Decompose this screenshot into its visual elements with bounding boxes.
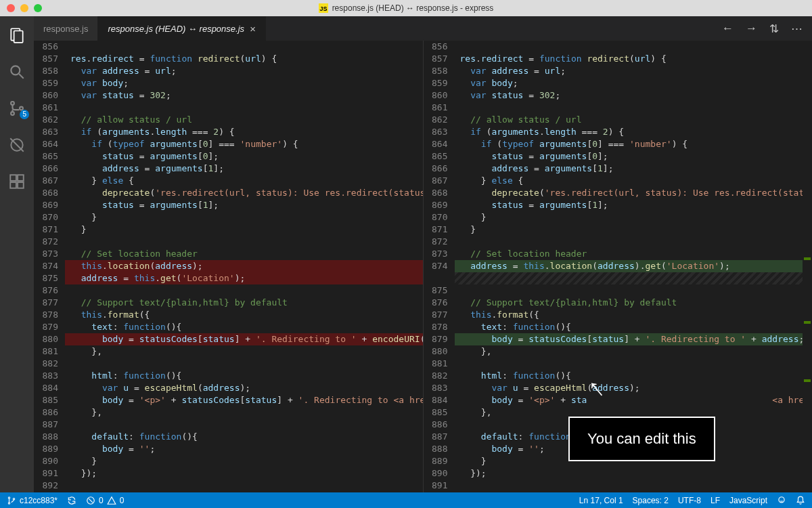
status-eol[interactable]: LF [710,496,720,505]
code-line[interactable]: body = '<p>' + sta <a href=' [455,394,813,406]
code-line[interactable]: body = ''; [65,443,423,455]
status-git-branch[interactable]: c12cc883* [7,496,58,505]
status-encoding[interactable]: UTF-8 [678,496,701,505]
code-line[interactable]: } [455,224,813,236]
code-line[interactable]: var status = 302; [65,89,423,102]
code-line[interactable]: var body; [65,77,423,89]
code-line[interactable]: address = this.get('Location'); [65,272,423,284]
code-line[interactable]: }); [455,467,813,480]
code-line[interactable] [455,272,813,284]
code-line[interactable]: var address = url; [65,65,423,77]
code-line[interactable] [455,41,813,53]
code-line[interactable] [65,419,423,431]
code-line[interactable]: } [455,211,813,224]
status-problems[interactable]: 0 0 [86,496,124,505]
code-line[interactable]: // Respond [455,492,813,492]
code-line[interactable]: // Support text/{plain,html} by default [65,297,423,309]
code-line[interactable]: var address = url; [455,65,813,77]
code-line[interactable]: }, [455,345,813,358]
code-line[interactable]: address = arguments[1]; [455,163,813,175]
code-line[interactable] [65,236,423,248]
close-window-button[interactable] [7,4,15,12]
code-line[interactable]: status = arguments[0]; [455,150,813,163]
code-line[interactable] [455,358,813,370]
code-line[interactable]: } [65,224,423,236]
code-line[interactable]: if (arguments.length === 2) { [455,126,813,138]
diff-left-pane[interactable]: 8568578588598608618628638648658668678688… [34,41,424,492]
code-line[interactable]: } [65,455,423,467]
status-sync[interactable] [67,496,76,505]
code-line[interactable]: res.redirect = function redirect(url) { [455,53,813,65]
code-line[interactable]: address = this.location(address).get('Lo… [455,260,813,272]
more-actions-icon[interactable]: ⋯ [791,22,803,36]
code-line[interactable] [65,41,423,53]
code-line[interactable]: status = arguments[1]; [455,199,813,211]
code-line[interactable]: if (typeof arguments[0] === 'number') { [455,138,813,150]
code-line[interactable]: status = arguments[1]; [65,199,423,211]
explorer-icon[interactable] [7,26,26,45]
code-line[interactable]: this.format({ [65,309,423,321]
code-line[interactable]: // allow status / url [65,114,423,126]
code-line[interactable]: body = statusCodes[status] + '. Redirect… [65,333,423,345]
zoom-window-button[interactable] [34,4,42,12]
code-line[interactable]: } [65,211,423,224]
close-tab-icon[interactable]: × [250,23,256,35]
code-line[interactable] [65,480,423,492]
status-indent[interactable]: Spaces: 2 [633,496,669,505]
code-line[interactable]: html: function(){ [65,370,423,382]
status-notifications-icon[interactable] [796,496,805,505]
nav-back-icon[interactable]: ← [722,22,734,35]
code-line[interactable]: text: function(){ [65,321,423,333]
code-line[interactable]: // Support text/{plain,html} by default [455,297,813,309]
code-line[interactable]: var status = 302; [455,89,813,102]
overview-ruler[interactable] [803,41,812,492]
code-line[interactable]: }, [65,345,423,358]
nav-forward-icon[interactable]: → [746,22,757,35]
code-line[interactable]: default: function(){ [65,431,423,443]
code-line[interactable]: this.format({ [455,309,813,321]
code-line[interactable] [65,284,423,297]
code-line[interactable]: if (arguments.length === 2) { [65,126,423,138]
code-line[interactable]: }, [65,406,423,419]
diff-editor[interactable]: 8568578588598608618628638648658668678688… [34,41,812,492]
tab-response-js[interactable]: response.js [34,16,98,41]
code-line[interactable]: var body; [455,77,813,89]
toggle-inline-diff-icon[interactable]: ⇅ [769,22,779,36]
code-line[interactable] [455,102,813,114]
code-line[interactable]: } else { [455,175,813,187]
code-line[interactable]: // allow status / url [455,114,813,126]
code-line[interactable]: status = arguments[0]; [65,150,423,163]
code-line[interactable]: res.redirect = function redirect(url) { [65,53,423,65]
code-line[interactable] [455,284,813,297]
code-line[interactable]: html: function(){ [455,370,813,382]
extensions-icon[interactable] [7,172,26,191]
code-line[interactable] [65,358,423,370]
search-icon[interactable] [7,62,26,81]
code-line[interactable] [455,236,813,248]
source-control-icon[interactable]: 5 [7,99,26,118]
code-line[interactable]: body = statusCodes[status] + '. Redirect… [455,333,813,345]
debug-icon[interactable] [7,135,26,154]
code-line[interactable]: } else { [65,175,423,187]
code-line[interactable]: deprecate('res.redirect(url, status): Us… [455,187,813,199]
code-line[interactable]: deprecate('res.redirect(url, status): Us… [65,187,423,199]
code-line[interactable]: // Set location header [65,248,423,260]
code-line[interactable] [65,102,423,114]
code-line[interactable]: if (typeof arguments[0] === 'number') { [65,138,423,150]
code-line[interactable]: this.location(address); [65,260,423,272]
code-line[interactable]: text: function(){ [455,321,813,333]
status-language[interactable]: JavaScript [729,496,767,505]
status-cursor[interactable]: Ln 17, Col 1 [579,496,623,505]
line-number: 888 [424,443,448,455]
code-line[interactable]: var u = escapeHtml(address); [455,382,813,394]
status-feedback-icon[interactable] [777,496,786,505]
tab-diff-response-js[interactable]: response.js (HEAD) ↔ response.js × [98,16,265,41]
code-line[interactable]: var u = escapeHtml(address); [65,382,423,394]
minimize-window-button[interactable] [20,4,28,12]
code-line[interactable]: address = arguments[1]; [65,163,423,175]
code-line[interactable]: body = '<p>' + statusCodes[status] + '. … [65,394,423,406]
code-line[interactable]: // Respond [65,492,423,492]
code-line[interactable] [455,480,813,492]
code-line[interactable]: // Set location header [455,248,813,260]
code-line[interactable]: }); [65,467,423,480]
